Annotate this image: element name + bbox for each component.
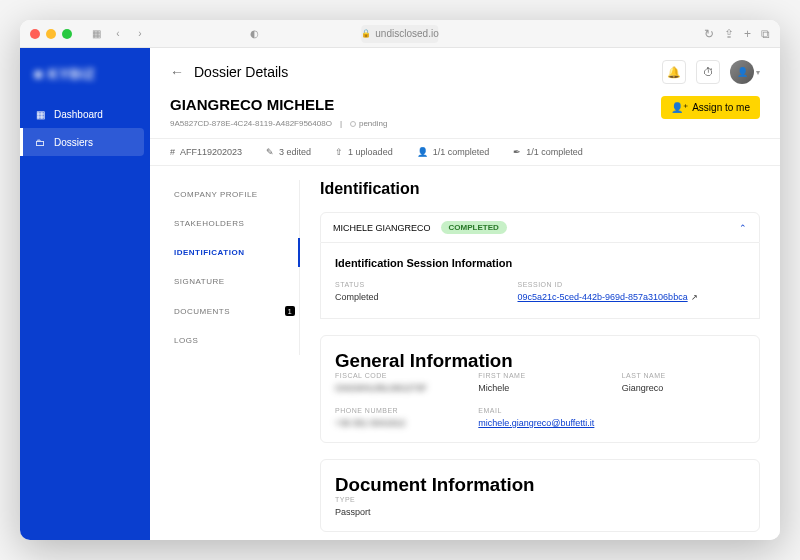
content-row: COMPANY PROFILE STAKEHOLDERS IDENTIFICAT…: [150, 166, 780, 540]
edit-icon: ✎: [266, 147, 274, 157]
back-arrow-icon[interactable]: ←: [170, 64, 184, 80]
status-value: Completed: [335, 292, 498, 302]
user-plus-icon: 👤⁺: [671, 102, 688, 113]
external-link-icon: ↗: [691, 293, 698, 302]
main-panel: ← Dossier Details 🔔 ⏱ 👤 ▾ GIANGRECO MICH…: [150, 48, 780, 540]
accordion-header[interactable]: MICHELE GIANGRECO COMPLETED ⌃: [320, 212, 760, 243]
session-heading: Identification Session Information: [335, 257, 745, 269]
share-icon[interactable]: ⇪: [724, 27, 734, 41]
sign-icon: ✒: [513, 147, 521, 157]
sidebar-item-label: Dossiers: [54, 137, 93, 148]
page-header: ← Dossier Details 🔔 ⏱ 👤 ▾: [150, 48, 780, 92]
logo: ■ KYBIZ: [20, 60, 150, 100]
new-tab-icon[interactable]: +: [744, 27, 751, 41]
pending-dot-icon: [350, 121, 356, 127]
sidebar-item-label: Dashboard: [54, 109, 103, 120]
last-name-value: Giangreco: [622, 383, 745, 393]
last-name-label: LAST NAME: [622, 372, 745, 379]
email-link[interactable]: michele.giangreco@buffetti.it: [478, 418, 594, 428]
page-title: Dossier Details: [194, 64, 288, 80]
doc-type-value: Passport: [335, 507, 458, 517]
reload-icon[interactable]: ↻: [704, 27, 714, 41]
documents-badge: 1: [285, 306, 295, 316]
subject-name: GIANGRECO MICHELE: [170, 96, 661, 113]
assign-to-me-button[interactable]: 👤⁺ Assign to me: [661, 96, 760, 119]
hash-icon: #: [170, 147, 175, 157]
sidebar: ■ KYBIZ ▦ Dashboard 🗀 Dossiers: [20, 48, 150, 540]
sidebar-item-dossiers[interactable]: 🗀 Dossiers: [20, 128, 144, 156]
tabs-icon[interactable]: ⧉: [761, 27, 770, 41]
doc-type-label: TYPE: [335, 496, 458, 503]
user-menu[interactable]: 👤 ▾: [730, 60, 760, 84]
stat-completed-1: 👤1/1 completed: [417, 147, 490, 157]
dashboard-icon: ▦: [34, 108, 46, 120]
sidebar-toggle-icon[interactable]: ▦: [88, 26, 104, 42]
chevron-down-icon: ▾: [756, 68, 760, 77]
section-signature[interactable]: SIGNATURE: [170, 267, 300, 296]
traffic-lights: [30, 29, 72, 39]
clock-icon: ⏱: [703, 66, 714, 78]
app-body: ■ KYBIZ ▦ Dashboard 🗀 Dossiers ← Dossier…: [20, 48, 780, 540]
help-button[interactable]: ⏱: [696, 60, 720, 84]
session-id-link[interactable]: 09c5a21c-5ced-442b-969d-857a3106bbca: [518, 292, 688, 302]
email-label: EMAIL: [478, 407, 601, 414]
phone-value: +39 351 5041812: [335, 418, 458, 428]
stat-edited: ✎3 edited: [266, 147, 311, 157]
section-company-profile[interactable]: COMPANY PROFILE: [170, 180, 300, 209]
section-nav: COMPANY PROFILE STAKEHOLDERS IDENTIFICAT…: [170, 180, 300, 532]
subject-header: GIANGRECO MICHELE 9A5827CD-878E-4C24-811…: [150, 92, 780, 138]
document-card: Document Information TYPE Passport: [320, 459, 760, 532]
detail-panel: Identification MICHELE GIANGRECO COMPLET…: [320, 180, 760, 532]
shield-icon[interactable]: ◐: [246, 26, 262, 42]
app-window: ▦ ‹ › ◐ 🔒 undisclosed.io ↻ ⇪ + ⧉ ■ KYBIZ…: [20, 20, 780, 540]
upload-icon: ⇧: [335, 147, 343, 157]
close-window-button[interactable]: [30, 29, 40, 39]
document-heading: Document Information: [335, 474, 745, 496]
notifications-button[interactable]: 🔔: [662, 60, 686, 84]
stat-ref: #AFF119202023: [170, 147, 242, 157]
section-identification[interactable]: IDENTIFICATION: [170, 238, 300, 267]
minimize-window-button[interactable]: [46, 29, 56, 39]
avatar: 👤: [730, 60, 754, 84]
maximize-window-button[interactable]: [62, 29, 72, 39]
stat-completed-2: ✒1/1 completed: [513, 147, 583, 157]
url-bar[interactable]: 🔒 undisclosed.io: [361, 25, 438, 43]
user-icon: 👤: [417, 147, 428, 157]
fiscal-code-value: GNGMHL85L09G273F: [335, 383, 458, 393]
chevron-up-icon: ⌃: [739, 223, 747, 233]
lock-icon: 🔒: [361, 29, 371, 38]
phone-label: PHONE NUMBER: [335, 407, 458, 414]
first-name-label: FIRST NAME: [478, 372, 601, 379]
browser-titlebar: ▦ ‹ › ◐ 🔒 undisclosed.io ↻ ⇪ + ⧉: [20, 20, 780, 48]
sidebar-item-dashboard[interactable]: ▦ Dashboard: [20, 100, 150, 128]
section-documents[interactable]: DOCUMENTS1: [170, 296, 300, 326]
person-name: MICHELE GIANGRECO: [333, 223, 431, 233]
bell-icon: 🔔: [667, 66, 681, 79]
url-text: undisclosed.io: [375, 28, 438, 39]
browser-nav: ▦ ‹ ›: [88, 26, 148, 42]
stats-bar: #AFF119202023 ✎3 edited ⇧1 uploaded 👤1/1…: [150, 138, 780, 166]
folder-icon: 🗀: [34, 136, 46, 148]
section-logs[interactable]: LOGS: [170, 326, 300, 355]
back-icon[interactable]: ‹: [110, 26, 126, 42]
first-name-value: Michele: [478, 383, 601, 393]
completed-chip: COMPLETED: [441, 221, 507, 234]
section-stakeholders[interactable]: STAKEHOLDERS: [170, 209, 300, 238]
detail-title: Identification: [320, 180, 760, 198]
fiscal-code-label: FISCAL CODE: [335, 372, 458, 379]
stat-uploaded: ⇧1 uploaded: [335, 147, 393, 157]
dossier-id: 9A5827CD-878E-4C24-8119-A482F956408O: [170, 119, 332, 128]
general-heading: General Information: [335, 350, 745, 372]
general-card: General Information FISCAL CODE GNGMHL85…: [320, 335, 760, 443]
session-card: Identification Session Information STATU…: [320, 243, 760, 319]
forward-icon[interactable]: ›: [132, 26, 148, 42]
status-label: STATUS: [335, 281, 498, 288]
status-badge: pending: [350, 119, 387, 128]
session-id-label: SESSION ID: [518, 281, 746, 288]
